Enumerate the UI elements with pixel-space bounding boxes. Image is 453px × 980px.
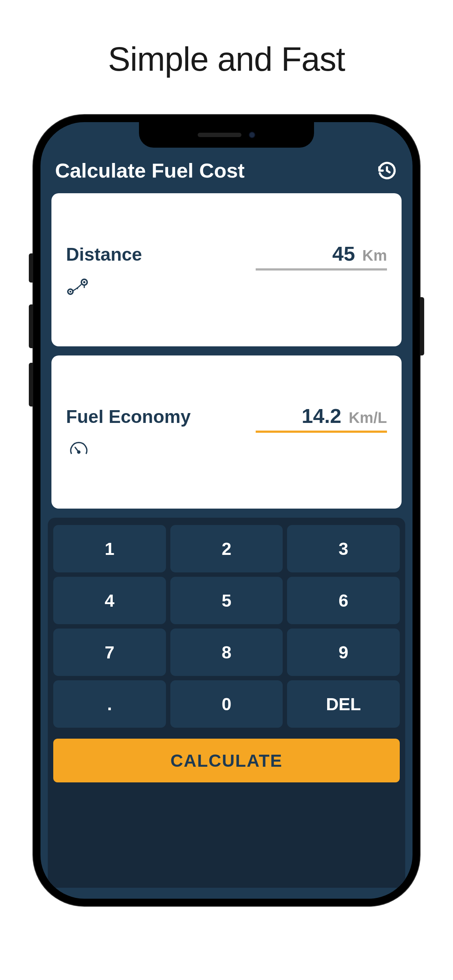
economy-card[interactable]: Fuel Economy 14.2 Km/L: [51, 355, 402, 509]
key-2[interactable]: 2: [170, 525, 283, 573]
key-5[interactable]: 5: [170, 577, 283, 624]
distance-label: Distance: [66, 244, 142, 265]
key-8[interactable]: 8: [170, 628, 283, 676]
keypad-area: 1 2 3 4 5 6 7 8 9 . 0 DEL CALCULATE: [48, 518, 405, 888]
svg-point-3: [83, 281, 85, 283]
key-delete[interactable]: DEL: [287, 680, 400, 728]
key-7[interactable]: 7: [53, 628, 166, 676]
marketing-headline: Simple and Fast: [108, 40, 345, 78]
gauge-icon: [66, 438, 387, 460]
phone-frame: Calculate Fuel Cost Distance 45 Km: [33, 115, 420, 906]
distance-card[interactable]: Distance 45 Km: [51, 193, 402, 346]
phone-screen: Calculate Fuel Cost Distance 45 Km: [40, 122, 413, 899]
route-icon: [66, 276, 387, 298]
history-icon[interactable]: [376, 160, 398, 181]
key-1[interactable]: 1: [53, 525, 166, 573]
distance-unit: Km: [362, 247, 387, 264]
distance-value: 45: [332, 242, 355, 266]
app-title: Calculate Fuel Cost: [55, 159, 245, 182]
app-header: Calculate Fuel Cost: [51, 159, 402, 193]
distance-input[interactable]: 45 Km: [256, 242, 387, 270]
economy-label: Fuel Economy: [66, 406, 191, 427]
svg-point-5: [78, 451, 80, 453]
key-6[interactable]: 6: [287, 577, 400, 624]
calculate-button[interactable]: CALCULATE: [53, 739, 400, 783]
economy-input[interactable]: 14.2 Km/L: [256, 404, 387, 433]
svg-point-1: [70, 291, 72, 293]
key-4[interactable]: 4: [53, 577, 166, 624]
economy-unit: Km/L: [349, 409, 387, 426]
key-3[interactable]: 3: [287, 525, 400, 573]
key-9[interactable]: 9: [287, 628, 400, 676]
key-decimal[interactable]: .: [53, 680, 166, 728]
phone-notch: [139, 122, 314, 148]
economy-value: 14.2: [301, 404, 341, 428]
keypad: 1 2 3 4 5 6 7 8 9 . 0 DEL: [53, 525, 400, 728]
key-0[interactable]: 0: [170, 680, 283, 728]
